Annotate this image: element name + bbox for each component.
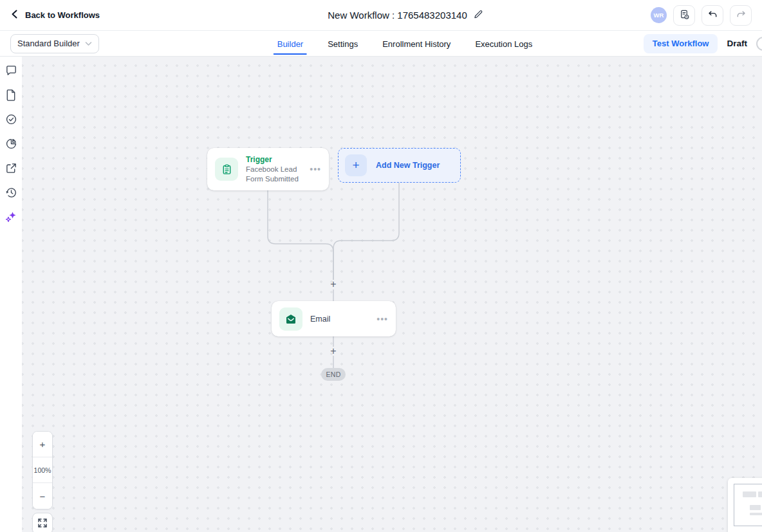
trigger-node-title: Trigger <box>246 155 302 164</box>
draft-status-label: Draft <box>727 39 747 48</box>
check-circle-icon[interactable] <box>4 112 18 126</box>
builder-toolbar: Standard Builder Builder Settings Enroll… <box>0 31 762 57</box>
email-node-menu-icon[interactable]: ••• <box>376 315 388 324</box>
avatar[interactable]: WR <box>651 7 667 23</box>
connector-lines <box>22 57 762 532</box>
email-node-text: Email <box>310 315 369 324</box>
builder-type-select[interactable]: Standard Builder <box>10 34 99 53</box>
tab-enrollment-history[interactable]: Enrollment History <box>381 31 452 57</box>
header-right: WR <box>483 5 752 26</box>
workflow-title: New Workflow : 1765483203140 <box>328 10 467 21</box>
email-icon <box>279 307 302 331</box>
undo-icon <box>707 9 718 22</box>
header-center: New Workflow : 1765483203140 <box>328 10 483 21</box>
back-to-workflows-button[interactable]: Back to Workflows <box>10 10 100 21</box>
history-clock-icon[interactable] <box>4 185 18 199</box>
add-action-button-top[interactable]: + <box>328 279 339 290</box>
undo-button[interactable] <box>702 5 723 26</box>
trigger-clipboard-icon <box>215 158 238 181</box>
comment-icon[interactable] <box>4 63 18 77</box>
email-node-title: Email <box>310 315 369 324</box>
test-workflow-button[interactable]: Test Workflow <box>644 34 718 53</box>
edit-title-button[interactable] <box>474 10 483 21</box>
minimap-node <box>743 491 756 497</box>
pie-chart-icon[interactable] <box>4 136 18 151</box>
main-area: Trigger Facebook Lead Form Submitted •••… <box>0 57 762 532</box>
trigger-node[interactable]: Trigger Facebook Lead Form Submitted ••• <box>207 148 329 190</box>
publish-toggle[interactable] <box>756 37 762 51</box>
toolbar-right: Test Workflow Draft <box>644 34 762 53</box>
header-left: Back to Workflows <box>10 10 279 21</box>
trigger-node-subtitle: Facebook Lead Form Submitted <box>246 165 302 184</box>
add-new-trigger-button[interactable]: + Add New Trigger <box>338 148 461 183</box>
minimap-node <box>758 491 762 497</box>
workflow-canvas[interactable]: Trigger Facebook Lead Form Submitted •••… <box>22 57 762 532</box>
document-history-icon <box>679 9 690 22</box>
tab-execution-logs[interactable]: Execution Logs <box>474 31 534 57</box>
add-action-button-bottom[interactable]: + <box>328 345 339 357</box>
workflow-builder-app: Back to Workflows New Workflow : 1765483… <box>0 0 762 532</box>
trigger-node-text: Trigger Facebook Lead Form Submitted <box>246 155 302 184</box>
pencil-icon <box>474 10 483 21</box>
ai-sparkles-icon[interactable] <box>4 210 18 224</box>
minimap-viewport <box>734 484 762 526</box>
add-new-trigger-label: Add New Trigger <box>376 161 440 170</box>
version-history-button[interactable] <box>673 5 695 26</box>
builder-type-value: Standard Builder <box>17 39 80 48</box>
email-node[interactable]: Email ••• <box>272 301 396 336</box>
back-label: Back to Workflows <box>25 10 100 20</box>
fullscreen-button[interactable] <box>32 513 53 532</box>
minimap-node <box>750 505 761 510</box>
minimap[interactable] <box>728 478 762 532</box>
zoom-level: 100% <box>33 457 52 483</box>
expand-icon <box>38 518 47 529</box>
tab-settings[interactable]: Settings <box>326 31 359 57</box>
redo-icon <box>736 9 747 22</box>
tab-builder[interactable]: Builder <box>276 31 304 57</box>
redo-button[interactable] <box>730 5 752 26</box>
plus-icon: + <box>345 154 367 176</box>
end-node: END <box>321 368 346 381</box>
external-link-icon[interactable] <box>4 161 18 175</box>
trigger-node-menu-icon[interactable]: ••• <box>310 165 321 174</box>
file-icon[interactable] <box>4 87 18 102</box>
zoom-controls: + 100% − <box>32 431 53 509</box>
chevron-left-icon <box>10 10 19 21</box>
minimap-node <box>750 513 762 515</box>
zoom-out-button[interactable]: − <box>33 483 52 509</box>
left-sidebar <box>0 57 22 532</box>
tabs: Builder Settings Enrollment History Exec… <box>276 31 534 57</box>
top-header: Back to Workflows New Workflow : 1765483… <box>0 0 762 31</box>
zoom-in-button[interactable]: + <box>33 432 52 457</box>
chevron-down-icon <box>85 39 92 48</box>
